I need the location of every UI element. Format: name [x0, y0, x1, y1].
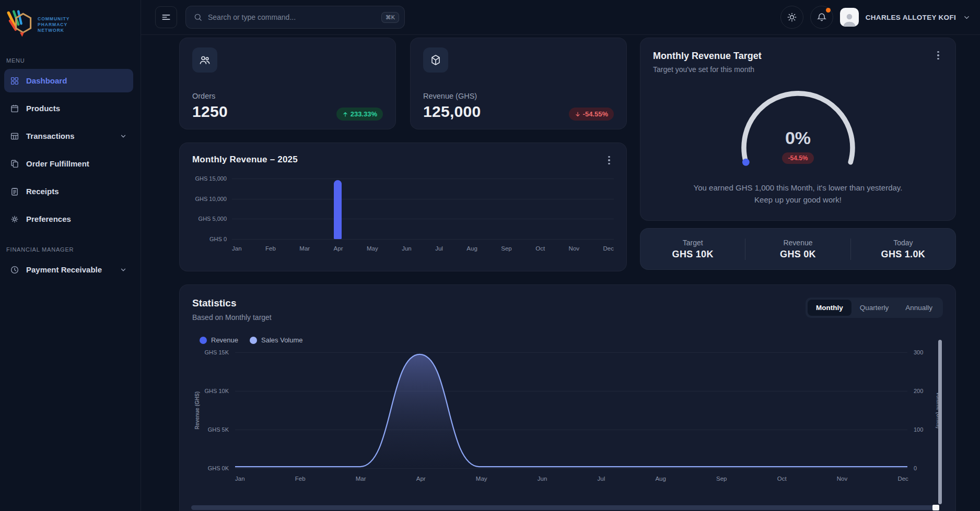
revenue-legend-dot [200, 337, 207, 344]
notifications-button[interactable] [810, 6, 833, 29]
x-tick: Jun [538, 476, 547, 482]
target-stat-target: Target GHS 10K [640, 239, 745, 260]
search-shortcut-badge: ⌘K [381, 12, 399, 23]
sidebar-item-label: Preferences [26, 215, 71, 223]
x-tick: Feb [265, 245, 276, 252]
orders-icon-container [192, 47, 217, 73]
stat-value: GHS 10K [640, 249, 745, 260]
chevron-down-icon[interactable] [963, 14, 971, 21]
area-chart-plot[interactable] [235, 352, 907, 468]
sidebar-item-dashboard[interactable]: Dashboard [4, 69, 133, 92]
target-card-subtitle: Target you've set for this month [653, 65, 943, 74]
y-tick: GHS 10,000 [195, 196, 227, 202]
sun-icon [787, 12, 797, 22]
search-input[interactable] [208, 13, 376, 21]
sidebar: COMMUNITY PHARMACY NETWORK MENU Dashboar… [0, 0, 141, 511]
sidebar-item-receipts[interactable]: Receipts [4, 180, 133, 203]
users-icon [199, 54, 211, 66]
bell-icon [816, 12, 827, 22]
x-tick: Dec [603, 245, 614, 252]
sidebar-toggle-button[interactable] [155, 6, 177, 28]
orders-value: 1250 [192, 103, 228, 121]
sidebar-item-transactions[interactable]: Transactions [4, 124, 133, 148]
gridline [232, 199, 614, 199]
y-tick: 0 [914, 465, 917, 471]
x-tick: Nov [569, 245, 579, 252]
user-avatar[interactable] [840, 8, 859, 27]
chevron-down-icon[interactable] [120, 133, 127, 140]
menu-section-label: MENU [6, 57, 133, 64]
arrow-up-icon [342, 111, 348, 117]
tab-annually[interactable]: Annually [897, 300, 941, 316]
gridline [232, 219, 614, 219]
legend-sales-volume[interactable]: Sales Volume [250, 336, 303, 344]
brand-line-3: NETWORK [38, 28, 69, 33]
legend-label: Revenue [211, 336, 238, 344]
legend-label: Sales Volume [261, 336, 303, 344]
gridline [235, 468, 907, 469]
target-options-button[interactable] [931, 49, 945, 62]
arrow-down-icon [575, 111, 581, 117]
stat-value: GHS 1.0K [851, 249, 955, 260]
theme-toggle-button[interactable] [780, 6, 803, 29]
clock-icon [10, 265, 19, 275]
x-tick: Aug [655, 476, 666, 482]
monthly-revenue-title: Monthly Revenue – 2025 [192, 155, 614, 165]
search-icon [193, 13, 203, 22]
sidebar-item-order-fulfillment[interactable]: Order Fulfillment [4, 152, 133, 175]
y-tick: 100 [914, 426, 923, 433]
chevron-down-icon[interactable] [120, 266, 127, 274]
tab-quarterly[interactable]: Quarterly [851, 300, 897, 316]
target-summary-footer: Target GHS 10K Revenue GHS 0K Today GHS … [640, 228, 956, 270]
sidebar-item-payment-receivable[interactable]: Payment Receivable [4, 258, 133, 281]
revenue-label: Revenue (GHS) [423, 92, 481, 100]
chart-options-button[interactable] [602, 153, 616, 167]
y-tick: GHS 5K [208, 426, 229, 433]
legend-revenue[interactable]: Revenue [200, 336, 238, 344]
x-tick: Jan [235, 476, 245, 482]
orders-label: Orders [192, 92, 228, 100]
x-tick: May [367, 245, 378, 252]
dashboard-content: Orders 1250 233.33% [141, 35, 980, 511]
y-tick: GHS 15,000 [195, 175, 227, 182]
gridline [232, 179, 614, 179]
brand-line-1: COMMUNITY [38, 16, 69, 21]
target-message: You earned GHS 1,000 this Month, it's lo… [689, 182, 908, 206]
left-axis-title: Revenue (GHS) [192, 352, 202, 468]
x-tick: Aug [466, 245, 477, 252]
april-revenue-bar[interactable] [334, 180, 342, 239]
orders-kpi-card: Orders 1250 233.33% [179, 38, 396, 129]
vertical-scrollbar[interactable] [938, 340, 942, 504]
revenue-delta-badge: -54.55% [569, 108, 614, 121]
order-fulfillment-copy-icon [10, 159, 19, 169]
x-tick: Jul [435, 245, 443, 252]
sidebar-item-label: Transactions [26, 132, 75, 140]
y-tick: GHS 0 [209, 236, 227, 242]
stat-label: Target [640, 239, 745, 247]
revenue-value: 125,000 [423, 103, 481, 121]
y-tick: GHS 15K [205, 349, 229, 355]
orders-delta-text: 233.33% [351, 110, 377, 118]
bar-chart-plot[interactable] [232, 179, 614, 239]
tab-monthly[interactable]: Monthly [808, 300, 851, 316]
horizontal-scrollbar-thumb[interactable] [932, 505, 939, 510]
orders-delta-badge: 233.33% [336, 108, 383, 121]
x-tick: Mar [356, 476, 366, 482]
sales-volume-legend-dot [250, 337, 257, 344]
brand-line-2: PHARMACY [38, 22, 69, 27]
x-tick: Nov [837, 476, 847, 482]
sidebar-item-preferences[interactable]: Preferences [4, 207, 133, 231]
receipts-clipboard-icon [10, 187, 19, 196]
sidebar-item-label: Order Fulfillment [26, 159, 89, 168]
y-tick: 300 [914, 349, 923, 355]
person-icon [842, 12, 857, 27]
topbar: ⌘K CHARLES A [141, 0, 980, 35]
user-menu-name[interactable]: CHARLES ALLOTEY KOFI [866, 14, 956, 21]
brand-logo[interactable]: COMMUNITY PHARMACY NETWORK [4, 9, 133, 40]
horizontal-scrollbar[interactable] [191, 505, 938, 510]
sidebar-item-products[interactable]: Products [4, 97, 133, 120]
search-box[interactable]: ⌘K [185, 6, 405, 29]
bar-chart-x-axis: Jan Feb Mar Apr May Jun Jul Aug Sep Oct … [232, 245, 614, 252]
stat-value: GHS 0K [745, 249, 850, 260]
x-tick: Apr [334, 245, 343, 252]
